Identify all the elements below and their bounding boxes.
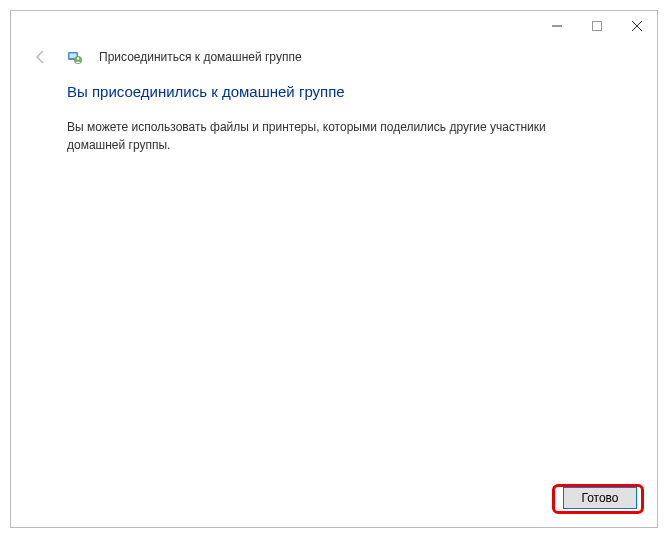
svg-rect-1 xyxy=(593,22,602,31)
done-button[interactable]: Готово xyxy=(563,487,637,509)
dialog-header: Присоединиться к домашней группе xyxy=(11,41,657,83)
svg-point-7 xyxy=(77,57,79,59)
dialog-content: Вы присоединились к домашней группе Вы м… xyxy=(11,83,657,471)
maximize-button[interactable] xyxy=(577,11,617,41)
window-controls xyxy=(537,11,657,41)
close-button[interactable] xyxy=(617,11,657,41)
titlebar xyxy=(11,11,657,41)
minimize-button[interactable] xyxy=(537,11,577,41)
main-heading: Вы присоединились к домашней группе xyxy=(67,83,617,100)
homegroup-icon xyxy=(67,49,83,65)
dialog-title: Присоединиться к домашней группе xyxy=(99,50,302,64)
body-text: Вы можете использовать файлы и принтеры,… xyxy=(67,118,587,154)
dialog-window: Присоединиться к домашней группе Вы прис… xyxy=(10,10,658,528)
back-button[interactable] xyxy=(31,49,51,65)
dialog-footer: Готово xyxy=(11,471,657,527)
